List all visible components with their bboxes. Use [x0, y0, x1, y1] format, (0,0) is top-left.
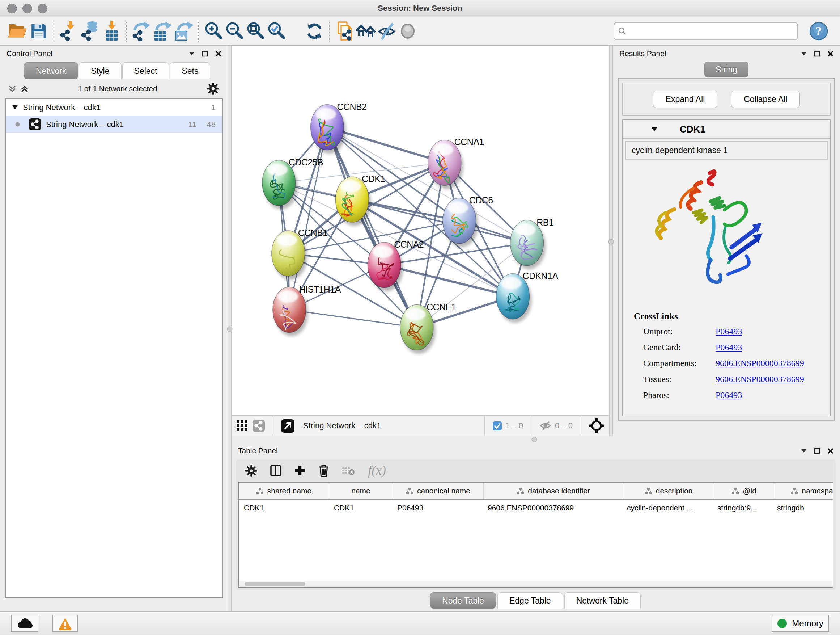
warning-status-button[interactable] [52, 615, 78, 632]
zoom-selected-button[interactable] [266, 20, 287, 42]
table-cell[interactable]: P06493 [392, 504, 483, 512]
table-panel-float-button[interactable] [814, 448, 820, 454]
minimize-window-button[interactable] [22, 4, 32, 13]
node-CCNE1[interactable] [400, 305, 436, 354]
collapse-entry-icon[interactable] [651, 127, 657, 131]
search-box[interactable] [614, 22, 798, 40]
gear-button[interactable] [245, 465, 257, 477]
left-splitter[interactable] [228, 46, 232, 611]
import-table-button[interactable] [101, 20, 122, 42]
save-session-button[interactable] [28, 20, 49, 42]
cdk1-entry-header[interactable]: CDK1 [623, 120, 830, 139]
table-panel-menu-button[interactable] [801, 449, 807, 453]
network-collection-row[interactable]: String Network – cdk1 1 [6, 99, 222, 116]
zoom-window-button[interactable] [38, 4, 47, 13]
node-CCNA2[interactable] [368, 242, 403, 291]
crosslink-link[interactable]: 9606.ENSP00000378699 [715, 358, 804, 368]
splitter-grip[interactable] [608, 239, 614, 245]
crosslink-link[interactable]: P06493 [715, 342, 742, 352]
tab-sets[interactable]: Sets [170, 62, 210, 79]
splitter-grip[interactable] [227, 326, 233, 332]
crosslink-link[interactable]: P06493 [715, 390, 742, 400]
import-network-database-button[interactable] [80, 20, 101, 42]
table-panel-close-button[interactable] [827, 448, 834, 454]
tab-select[interactable]: Select [122, 62, 169, 79]
collapse-all-button[interactable]: Collapse All [731, 90, 800, 108]
clone-network-button[interactable] [334, 20, 355, 42]
tab-node-table[interactable]: Node Table [430, 592, 496, 608]
results-panel-close-button[interactable] [827, 51, 834, 57]
open-in-window-button[interactable] [281, 419, 294, 432]
crosslink-link[interactable]: 9606.ENSP00000378699 [715, 374, 804, 384]
table-cell[interactable]: stringdb:9... [712, 504, 772, 512]
crosslink-link[interactable]: P06493 [715, 326, 742, 336]
table-cell[interactable]: stringdb [772, 504, 834, 512]
network-canvas[interactable]: CCNB2CCNA1CDC25BCDK1CDC6RB1CCNB1CCNA2CDK… [232, 46, 609, 415]
tab-network-table[interactable]: Network Table [564, 592, 641, 608]
zoom-in-button[interactable] [203, 20, 224, 42]
node-CDKN1A[interactable] [496, 274, 532, 323]
edge-CCNB2-HIST1H1A[interactable] [289, 127, 327, 310]
column-header-canonical-name[interactable]: canonical name [393, 483, 484, 499]
cloud-status-button[interactable] [11, 615, 38, 632]
zoom-out-button[interactable] [224, 20, 245, 42]
open-session-button[interactable] [7, 20, 28, 42]
bottom-splitter[interactable] [232, 436, 840, 443]
column-button[interactable] [270, 464, 282, 477]
table-cell[interactable]: 9606.ENSP00000378699 [483, 504, 622, 512]
disclosure-triangle-icon[interactable] [12, 105, 18, 109]
collapse-all-tree-button[interactable] [9, 86, 16, 92]
tab-string[interactable]: String [704, 62, 748, 78]
control-panel-menu-button[interactable] [189, 52, 195, 56]
node-HIST1H1A[interactable] [273, 287, 308, 336]
help-button[interactable]: ? [808, 20, 829, 42]
search-input[interactable] [630, 27, 794, 36]
node-table[interactable]: shared namenamecanonical namedatabase id… [238, 482, 834, 588]
node-CCNB1[interactable] [272, 231, 307, 280]
node-CCNB2[interactable] [311, 105, 346, 154]
table-cell[interactable]: CDK1 [329, 504, 392, 512]
table-horizontal-scrollbar[interactable] [239, 581, 833, 587]
column-header-namespace[interactable]: namespace [774, 483, 834, 499]
column-header-description[interactable]: description [623, 483, 714, 499]
zoom-fit-button[interactable] [245, 20, 266, 42]
refresh-button[interactable] [304, 20, 325, 42]
expand-all-button[interactable]: Expand All [653, 90, 718, 108]
table-row[interactable]: CDK1CDK1P064939606.ENSP00000378699cyclin… [239, 500, 833, 516]
export-image-button[interactable] [173, 20, 194, 42]
show-all-button[interactable] [397, 20, 418, 42]
column-header-database-identifier[interactable]: database identifier [484, 483, 623, 499]
close-window-button[interactable] [7, 4, 17, 13]
table-cell[interactable]: CDK1 [239, 504, 329, 512]
grid-mode-button[interactable] [237, 420, 248, 431]
memory-button[interactable]: Memory [772, 615, 829, 632]
network-row[interactable]: String Network – cdk1 11 48 [6, 116, 222, 133]
control-panel-float-button[interactable] [202, 51, 208, 57]
selected-checkbox[interactable] [493, 421, 502, 431]
home-button[interactable] [355, 20, 376, 42]
hide-selected-button[interactable] [376, 20, 397, 42]
network-options-gear-button[interactable] [207, 82, 219, 95]
tab-style[interactable]: Style [79, 62, 121, 79]
right-splitter[interactable] [609, 46, 613, 436]
table-cell[interactable]: cyclin-dependent ... [622, 504, 712, 512]
trash-button[interactable] [318, 464, 330, 477]
control-panel-close-button[interactable] [215, 51, 221, 57]
splitter-grip[interactable] [532, 437, 537, 442]
node-RB1[interactable] [510, 220, 546, 269]
add-button[interactable] [294, 465, 306, 477]
tab-edge-table[interactable]: Edge Table [497, 592, 563, 608]
edge-CCNB2-CCNE1[interactable] [327, 127, 417, 328]
column-header--id[interactable]: @id [714, 483, 774, 499]
export-network-button[interactable] [131, 20, 152, 42]
scrollbar-thumb[interactable] [245, 582, 305, 586]
results-panel-float-button[interactable] [814, 51, 820, 57]
birdseye-view-button[interactable] [589, 418, 604, 433]
network-mode-button[interactable] [253, 420, 265, 432]
column-header-name[interactable]: name [329, 483, 393, 499]
results-panel-menu-button[interactable] [801, 52, 807, 56]
export-table-button[interactable] [152, 20, 173, 42]
expand-all-tree-button[interactable] [21, 86, 28, 92]
edge-HIST1H1A-CCNE1[interactable] [289, 310, 417, 328]
column-header-shared-name[interactable]: shared name [239, 483, 329, 499]
